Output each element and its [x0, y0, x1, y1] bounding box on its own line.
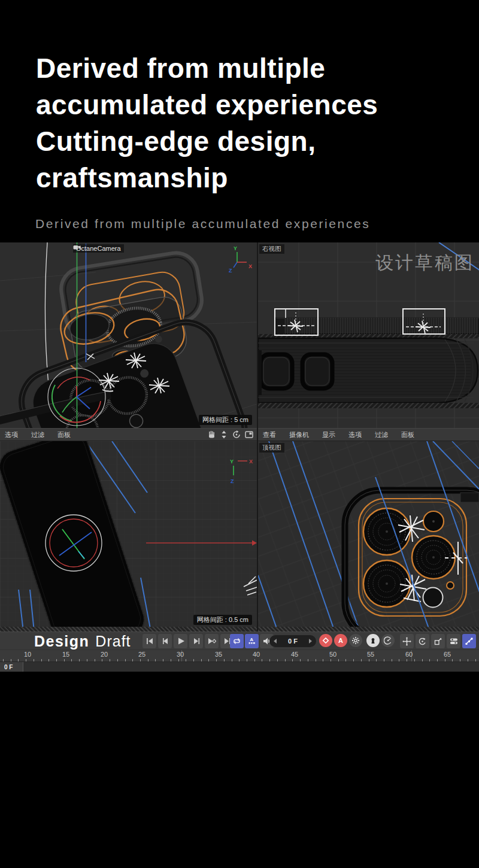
goto-start-button[interactable] [143, 634, 156, 648]
position-lock-icon [369, 637, 377, 645]
title-line: Derived from multiple [36, 50, 378, 87]
ruler-number: 30 [174, 651, 186, 658]
rotation-gauge-icon [384, 636, 392, 645]
record-rotation-button[interactable] [416, 634, 429, 648]
viewport-top-view[interactable]: 顶视图 [258, 441, 479, 632]
viewport-divider [257, 242, 258, 632]
loop-toggle[interactable] [230, 634, 244, 648]
record-pla-button[interactable] [462, 634, 476, 648]
axis-x-label: X [248, 263, 252, 269]
lens [363, 560, 410, 607]
viewport-menubar: 选项 过滤 面板 [0, 428, 479, 441]
viewport-right-view[interactable]: 右视图 设计草稿图 [258, 242, 479, 428]
timeline-controls-row: A 0 F [0, 632, 479, 650]
viewport-label: 顶视图 [259, 443, 284, 453]
record-scale-icon [433, 637, 442, 646]
autokey-button[interactable]: A [334, 634, 347, 647]
record-pla-icon [465, 637, 474, 645]
menu-display[interactable]: 显示 [322, 430, 335, 439]
record-parameter-button[interactable] [447, 634, 460, 648]
timeline-track[interactable]: 0 F [0, 661, 479, 672]
zoom-icon[interactable] [220, 430, 228, 439]
next-frame-icon [192, 638, 201, 645]
record-lock-buttons [366, 634, 395, 647]
keyframe-diamond-icon [322, 637, 329, 644]
ruler-number: 20 [98, 651, 110, 658]
axis-indicator: Y Z X [229, 245, 252, 274]
svg-text:A: A [250, 637, 253, 642]
timeline-bar: A 0 F [0, 632, 479, 672]
current-frame-field[interactable]: 0 F [269, 635, 316, 647]
record-buttons: A [319, 634, 362, 647]
grid-spacing-badge: 网格间距 : 5 cm [199, 415, 252, 425]
axis-x-label: X [249, 459, 253, 465]
autokey-range-toggle[interactable]: A [245, 634, 259, 648]
viewport-nav-icons [207, 430, 258, 439]
timeline-ruler[interactable]: 10 15 20 25 30 35 40 45 50 55 60 65 [0, 650, 479, 661]
frame-next-icon[interactable] [309, 639, 312, 644]
playhead[interactable]: 0 F [0, 662, 23, 672]
channel-record-buttons [400, 634, 476, 648]
menu-panel[interactable]: 面板 [57, 430, 71, 439]
mic-ring [447, 582, 454, 589]
autokey-range-icon: A [247, 637, 256, 645]
frame-prev-icon[interactable] [274, 639, 277, 644]
position-lock-button[interactable] [366, 634, 380, 647]
record-parameter-icon [449, 637, 459, 645]
rotation-gauge-button[interactable] [381, 634, 395, 647]
ruler-number: 10 [22, 651, 34, 658]
title-line: Cutting-edge design, [36, 123, 378, 160]
ruler-number: 15 [60, 651, 72, 658]
record-rotation-icon [418, 637, 427, 646]
menu-options[interactable]: 选项 [5, 430, 18, 439]
camera-label[interactable]: OctaneCamera [73, 244, 124, 253]
menu-filter[interactable]: 过滤 [375, 430, 388, 439]
toggle-view-icon[interactable] [245, 430, 253, 439]
menu-camera[interactable]: 摄像机 [289, 430, 309, 439]
ruler-number: 35 [213, 651, 225, 658]
keyframe-settings-icon [351, 636, 360, 645]
prev-frame-icon [161, 638, 169, 645]
title-line: accumulated experiences [36, 87, 378, 123]
record-scale-button[interactable] [431, 634, 445, 648]
page: Derived from multiple accumulated experi… [0, 0, 479, 868]
next-frame-button[interactable] [189, 634, 203, 648]
play-keyframe-icon [207, 638, 216, 645]
record-keyframe-button[interactable] [319, 634, 332, 647]
play-keyframe-button[interactable] [205, 634, 219, 648]
axis-y-label: Y [230, 459, 234, 465]
axis-z-label: Z [231, 478, 234, 484]
play-button[interactable] [174, 634, 187, 648]
lens [363, 508, 410, 555]
axis-y-label: Y [234, 245, 237, 251]
pan-hand-icon[interactable] [207, 430, 216, 439]
case-side-wireframe [258, 318, 479, 408]
lens [412, 536, 455, 579]
playhead-label: 0 F [0, 664, 13, 670]
autokey-letter: A [338, 637, 343, 644]
ruler-number: 65 [441, 651, 453, 658]
design-draft-light: Draft [95, 633, 131, 650]
keyframe-settings-button[interactable] [349, 634, 362, 647]
orbit-icon[interactable] [232, 430, 241, 439]
timeline-toggles: A [230, 634, 274, 648]
viewport-label: 右视图 [259, 244, 284, 254]
record-position-button[interactable] [400, 634, 414, 648]
flash [423, 511, 444, 532]
page-subtitle: Derived from multiple accumulated experi… [35, 217, 370, 231]
camera-icon [73, 244, 81, 250]
viewport-front-view[interactable]: Y X Z 网格间距 : 0.5 cm [0, 441, 257, 632]
menu-filter[interactable]: 过滤 [31, 430, 44, 439]
goto-start-icon [145, 638, 154, 645]
c4d-editor: Y Z X OctaneCamera 网格间距 : 5 cm [0, 242, 479, 632]
prev-frame-button[interactable] [158, 634, 172, 648]
menu-options[interactable]: 选项 [348, 430, 362, 439]
viewport-perspective[interactable]: Y Z X OctaneCamera 网格间距 : 5 cm [0, 242, 257, 428]
ruler-number: 40 [250, 651, 262, 658]
menu-panel[interactable]: 面板 [401, 430, 414, 439]
loop-icon [232, 637, 241, 645]
ruler-number: 45 [289, 651, 301, 658]
design-draft-bold: Design [34, 633, 89, 650]
ruler-number: 25 [136, 651, 148, 658]
menu-view[interactable]: 查看 [263, 430, 276, 439]
